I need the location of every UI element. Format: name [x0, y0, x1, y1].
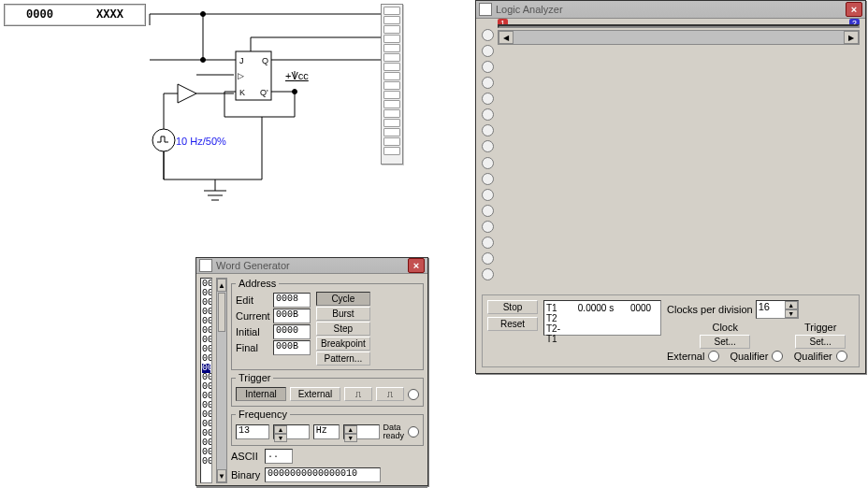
edge-fall-icon[interactable]: ⎍ — [376, 387, 404, 401]
clocks-per-div-spinner[interactable]: 16▲▼ — [756, 300, 799, 319]
window-icon — [479, 3, 492, 16]
data-ready-label: Data ready — [383, 423, 405, 440]
trigger-set-button[interactable]: Set... — [795, 335, 846, 349]
binary-field[interactable]: 0000000000000010 — [265, 467, 381, 482]
hex-right: XXXX — [96, 8, 123, 22]
window-title: Logic Analyzer — [496, 4, 846, 15]
reset-button[interactable]: Reset — [487, 317, 538, 331]
current-field[interactable]: 000B — [273, 309, 311, 323]
hex-left: 0000 — [26, 8, 53, 22]
svg-text:Q: Q — [262, 56, 268, 65]
edit-field[interactable]: 0008 — [273, 293, 311, 308]
ascii-field[interactable]: .. — [265, 449, 293, 464]
svg-marker-6 — [178, 84, 196, 103]
la-channel-pins — [482, 24, 494, 285]
final-field[interactable]: 000B — [273, 340, 311, 355]
close-icon[interactable]: × — [408, 258, 425, 273]
frequency-group: Frequency 13 ▲▼ Hz ▲▼ Data ready — [231, 409, 424, 446]
la-titlebar[interactable]: Logic Analyzer × — [476, 1, 865, 19]
clocks-per-div-label: Clocks per division — [667, 304, 753, 315]
clock-label: 10 Hz/50% — [176, 136, 226, 147]
word-generator-titlebar[interactable]: Word Generator × — [196, 258, 427, 274]
la-controls: Stop Reset T1 0.0000 s 0000 T2 T2-T1 Clo… — [482, 294, 860, 367]
trigger-external-button[interactable]: External — [290, 387, 340, 401]
stop-button[interactable]: Stop — [487, 300, 538, 314]
data-ready-indicator — [408, 426, 419, 438]
waveform-display[interactable] — [498, 24, 860, 28]
svg-point-24 — [293, 90, 297, 94]
scroll-left-icon[interactable]: ◀ — [499, 31, 514, 44]
time-readout: T1 0.0000 s 0000 T2 T2-T1 — [543, 300, 661, 336]
address-group: Address Edit0008 Current000B Initial0000… — [231, 278, 424, 370]
word-list-item[interactable]: 0000 — [202, 457, 210, 466]
scroll-up-icon[interactable]: ▲ — [217, 279, 226, 292]
burst-button[interactable]: Burst — [316, 307, 370, 321]
svg-point-4 — [201, 58, 206, 63]
scroll-right-icon[interactable]: ▶ — [844, 31, 859, 44]
spin-down-icon[interactable]: ▼ — [785, 309, 798, 318]
scroll-down-icon[interactable]: ▼ — [217, 469, 226, 482]
freq-value[interactable]: 13 — [236, 424, 269, 439]
analyzer-input-bar — [381, 4, 403, 165]
close-icon[interactable]: × — [846, 2, 862, 17]
spin-up-icon[interactable]: ▲ — [785, 301, 798, 309]
scroll-thumb[interactable] — [218, 293, 225, 332]
clock-set-button[interactable]: Set... — [700, 335, 750, 349]
freq-up-icon[interactable]: ▲ — [274, 425, 287, 434]
svg-point-10 — [152, 129, 175, 151]
svg-text:▷: ▷ — [238, 71, 244, 80]
svg-text:J: J — [239, 56, 244, 65]
hex-display: 0000 XXXX — [4, 4, 146, 26]
trig-qual-jack[interactable] — [836, 351, 847, 362]
trigger-internal-button[interactable]: Internal — [236, 387, 286, 401]
svg-text:K: K — [239, 88, 245, 97]
svg-text:Q': Q' — [260, 88, 268, 97]
trigger-group: Trigger Internal External ⎍ ⎍ — [231, 372, 424, 407]
pattern-button[interactable]: Pattern... — [316, 352, 370, 366]
waveform-scrollbar[interactable]: ◀ ▶ — [498, 30, 860, 45]
word-list[interactable]: 0001000300020002000200020003000000020001… — [200, 278, 212, 483]
freq-down-icon[interactable]: ▼ — [274, 434, 287, 442]
svg-point-3 — [201, 12, 206, 17]
vcc-label: +Vcc — [285, 70, 309, 81]
address-legend: Address — [236, 278, 279, 289]
breakpoint-button[interactable]: Breakpoint — [316, 337, 370, 351]
step-button[interactable]: Step — [316, 322, 370, 336]
cycle-button[interactable]: Cycle — [316, 292, 370, 306]
clock-qual-jack[interactable] — [772, 351, 783, 362]
window-title: Word Generator — [216, 260, 408, 271]
window-icon — [199, 259, 212, 272]
clock-ext-jack[interactable] — [708, 351, 719, 362]
logic-analyzer-window: Logic Analyzer × 1 2 — [475, 0, 866, 374]
trigger-radio[interactable] — [408, 389, 419, 400]
edge-rise-icon[interactable]: ⎍ — [344, 387, 372, 401]
word-generator-window: Word Generator × 00010003000200020002000… — [195, 257, 428, 486]
freq-unit[interactable]: Hz — [313, 424, 340, 439]
initial-field[interactable]: 0000 — [273, 324, 311, 339]
word-list-scrollbar[interactable]: ▲ ▼ — [216, 278, 227, 483]
